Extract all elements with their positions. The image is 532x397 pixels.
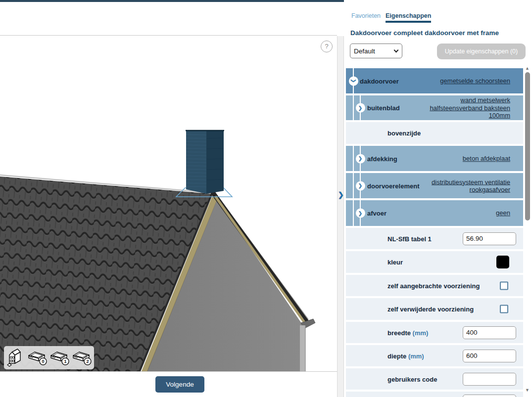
row-zelf-aangebracht: zelf aangebrachte voorziening <box>346 275 523 296</box>
property-rows: ❯ dakdoorvoer gemetselde schoorsteen ❯ b… <box>346 68 523 397</box>
row-bovenzijde: bovenzijde <box>346 122 523 144</box>
nl-sfb-input[interactable] <box>463 232 516 245</box>
property-label: NL-SfB tabel 1 <box>387 235 432 242</box>
panel-scrollbar[interactable]: ▲ ▼ <box>524 64 532 395</box>
3d-viewport[interactable]: ? 0 <box>0 36 337 371</box>
next-button[interactable]: Volgende <box>155 376 204 393</box>
view-toolbar[interactable]: 0 1 2 <box>4 346 94 369</box>
chimney-selected-object[interactable] <box>186 131 224 194</box>
breedte-input[interactable] <box>463 326 516 339</box>
property-label: doorvoerelement <box>367 182 419 189</box>
row-kleur: kleur <box>346 251 523 273</box>
property-label: afvoer <box>367 210 387 217</box>
property-label: kleur <box>387 259 403 266</box>
checkbox-zelf-verwijderd[interactable] <box>500 305 508 313</box>
gebruikers-code-input[interactable] <box>463 373 516 386</box>
svg-text:1: 1 <box>64 359 66 364</box>
tree-row-buitenblad[interactable]: ❯ buitenblad wand metselwerk halfsteensv… <box>346 95 523 120</box>
unit-label: (mm) <box>413 329 429 336</box>
header-divider-line <box>0 35 337 36</box>
tree-row-afdekking[interactable]: ❯ afdekking beton afdekplaat <box>346 146 523 171</box>
tree-connector-line <box>353 173 354 198</box>
property-value-link[interactable]: wand metselwerk halfsteensverband bakste… <box>424 96 510 120</box>
row-gebruikers-code: gebruikers code <box>346 368 523 390</box>
property-value-link[interactable]: geen <box>496 209 510 217</box>
row-partial <box>346 392 523 397</box>
property-label: buitenblad <box>367 104 400 112</box>
row-diepte: diepte (mm) <box>346 345 523 366</box>
tab-eigenschappen[interactable]: Eigenschappen <box>386 12 431 23</box>
collapse-panel-icon[interactable]: ❯ <box>338 191 344 199</box>
property-label: breedte (mm) <box>387 329 428 336</box>
preset-select-wrap: Default <box>350 44 402 58</box>
partial-input <box>463 395 516 397</box>
floor-view-2-icon[interactable]: 2 <box>73 352 91 365</box>
chevron-down-icon[interactable]: ❯ <box>349 76 358 86</box>
tree-row-afvoer[interactable]: ❯ afvoer geen <box>346 200 523 226</box>
tree-connector-line <box>353 146 354 171</box>
property-label: bovenzijde <box>387 130 421 137</box>
chevron-right-icon[interactable]: ❯ <box>356 154 365 163</box>
chevron-right-icon[interactable]: ❯ <box>356 209 365 218</box>
floor-view-0-icon[interactable]: 0 <box>29 352 47 365</box>
properties-panel: Favorieten Eigenschappen Dakdoorvoer com… <box>344 0 532 397</box>
scroll-up-icon[interactable]: ▲ <box>525 66 530 71</box>
property-value-link[interactable]: beton afdekplaat <box>463 155 510 163</box>
property-label: dakdoorvoer <box>360 77 399 85</box>
preset-select[interactable]: Default <box>350 44 402 58</box>
house-3d-scene <box>0 36 337 371</box>
scrollbar-thumb[interactable] <box>525 72 530 221</box>
property-label: gebruikers code <box>387 375 437 383</box>
diepte-input[interactable] <box>463 350 516 362</box>
tree-row-dakdoorvoer[interactable]: ❯ dakdoorvoer gemetselde schoorsteen <box>346 68 523 93</box>
tree-row-doorvoerelement[interactable]: ❯ doorvoerelement distributiesysteem ven… <box>346 173 523 198</box>
help-icon[interactable]: ? <box>321 41 333 52</box>
row-zelf-verwijderd: zelf verwijderde voorziening <box>346 298 523 320</box>
tab-favorieten[interactable]: Favorieten <box>351 12 381 19</box>
update-properties-button[interactable]: Update eigenschappen (0) <box>437 44 526 59</box>
tree-connector-line <box>353 200 354 226</box>
property-label: afdekking <box>367 155 397 162</box>
unit-label: (mm) <box>408 352 424 359</box>
scroll-down-icon[interactable]: ▼ <box>525 388 530 393</box>
chevron-right-icon[interactable]: ❯ <box>356 103 365 113</box>
property-label: zelf verwijderde voorziening <box>387 306 474 313</box>
row-nl-sfb: NL-SfB tabel 1 <box>346 228 523 249</box>
panel-divider: ❯ <box>337 36 344 397</box>
row-breedte: breedte (mm) <box>346 322 523 343</box>
property-value-link[interactable]: distributiesysteem ventilatie rookgasafv… <box>416 178 510 193</box>
chevron-right-icon[interactable]: ❯ <box>356 181 365 190</box>
color-swatch[interactable] <box>496 256 509 268</box>
svg-text:2: 2 <box>86 359 89 364</box>
floor-view-1-icon[interactable]: 1 <box>51 352 69 365</box>
property-label: diepte (mm) <box>387 352 424 359</box>
footer: Volgende <box>0 372 337 397</box>
checkbox-zelf-aangebracht[interactable] <box>500 281 508 290</box>
property-value-link[interactable]: gemetselde schoorsteen <box>440 77 510 85</box>
eave-gutter-end <box>300 319 315 371</box>
property-label: zelf aangebrachte voorziening <box>387 282 480 289</box>
page-title: Dakdoorvoer compleet dakdoorvoer met fra… <box>350 29 529 37</box>
tree-connector-line <box>353 95 354 120</box>
house-view-icon[interactable] <box>7 349 20 366</box>
svg-text:0: 0 <box>42 359 44 364</box>
